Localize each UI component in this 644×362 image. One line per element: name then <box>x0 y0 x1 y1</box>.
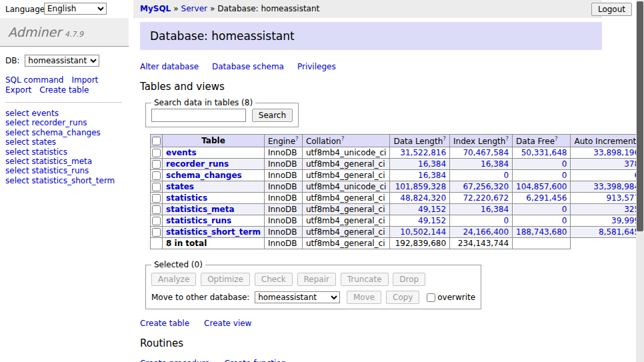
table-name-link[interactable]: schema_changes <box>166 171 242 180</box>
data-length-link[interactable]: 31,522,816 <box>390 147 450 159</box>
db-select[interactable]: homeassistant <box>25 55 99 67</box>
search-fieldset: Search data in tables (8) Search <box>145 98 299 127</box>
data-length-link[interactable]: 49,152 <box>390 215 450 227</box>
index-length-link[interactable]: 16,384 <box>450 204 513 215</box>
sidebar-export-link[interactable]: Export <box>5 85 31 95</box>
create-table-link[interactable]: Create table <box>140 319 189 328</box>
routine-links: Create procedureCreate function <box>140 359 602 362</box>
collation-cell: utf8mb4_general_ci <box>302 204 390 215</box>
data-length-link[interactable]: 101,859,328 <box>390 181 450 193</box>
data-free-link[interactable]: 104,857,600 <box>513 181 571 193</box>
table-name-link[interactable]: statistics_meta <box>166 205 235 214</box>
data-length-link[interactable]: 10,502,144 <box>390 227 450 238</box>
create-view-link[interactable]: Create view <box>204 319 251 328</box>
table-name-link[interactable]: statistics <box>166 193 207 203</box>
data-free-link[interactable]: 6,291,456 <box>513 193 571 204</box>
index-length-link[interactable]: 16,384 <box>450 159 513 170</box>
selected-legend: Selected (0) <box>151 260 205 269</box>
row-checkbox[interactable] <box>152 194 161 203</box>
breadcrumb-server-link[interactable]: Server <box>181 4 207 13</box>
row-checkbox[interactable] <box>152 171 161 180</box>
language-select[interactable]: English <box>44 3 107 15</box>
engine-cell: InnoDB <box>264 204 302 215</box>
sidebar-item-select-statistics-runs[interactable]: select statistics_runs <box>5 166 122 175</box>
engine-cell: InnoDB <box>264 181 302 193</box>
auto-increment-link[interactable]: 913,577 <box>571 193 643 204</box>
overwrite-option[interactable]: overwrite <box>427 293 475 302</box>
row-checkbox[interactable] <box>152 217 161 225</box>
auto-increment-link[interactable]: 378 <box>571 159 643 170</box>
sidebar-item-select-statistics-meta[interactable]: select statistics_meta <box>5 157 122 166</box>
search-input[interactable] <box>151 109 246 122</box>
index-length-link[interactable]: 0 <box>450 170 513 181</box>
help-link[interactable]: ? <box>295 135 299 142</box>
privileges-link[interactable]: Privileges <box>297 62 336 71</box>
index-length-link[interactable]: 72,220,672 <box>450 193 513 204</box>
row-checkbox[interactable] <box>152 160 161 169</box>
auto-increment-link[interactable]: 8,581,645 <box>571 227 643 238</box>
help-link[interactable]: ? <box>505 135 509 142</box>
create-procedure-link[interactable]: Create procedure <box>140 359 210 362</box>
table-name-link[interactable]: recorder_runs <box>166 159 229 169</box>
table-name-link[interactable]: states <box>166 182 194 191</box>
row-checkbox[interactable] <box>152 205 161 214</box>
data-length-link[interactable]: 48,824,320 <box>390 193 450 204</box>
help-link[interactable]: ? <box>341 135 345 142</box>
sidebar-create-table-link[interactable]: Create table <box>39 85 89 95</box>
create-function-link[interactable]: Create function <box>225 359 287 362</box>
select-all-checkbox[interactable] <box>152 137 161 145</box>
help-link[interactable]: ? <box>443 135 446 142</box>
sidebar-item-select-events[interactable]: select events <box>5 109 122 118</box>
index-length-link[interactable]: 67,256,320 <box>450 181 513 193</box>
analyze-button: Analyze <box>151 273 196 286</box>
table-name-link[interactable]: events <box>166 148 197 157</box>
overwrite-checkbox[interactable] <box>427 293 435 302</box>
data-free-link[interactable]: 0 <box>513 170 571 181</box>
search-button[interactable]: Search <box>252 109 293 122</box>
row-checkbox[interactable] <box>152 183 161 191</box>
row-checkbox[interactable] <box>152 228 161 237</box>
sidebar: Adminer4.7.9 DB: homeassistant SQL comma… <box>0 18 129 362</box>
breadcrumb: MySQL»Server»Database: homeassistant <box>133 0 602 18</box>
check-button: Check <box>255 273 293 286</box>
sidebar-item-select-states[interactable]: select states <box>5 137 122 147</box>
data-free-link[interactable]: 188,743,680 <box>513 227 571 238</box>
data-free-link[interactable]: 0 <box>513 204 571 215</box>
sidebar-item-select-schema-changes[interactable]: select schema_changes <box>5 128 122 137</box>
collation-cell: utf8mb4_general_ci <box>302 227 390 238</box>
vertical-scrollbar[interactable] <box>636 0 644 362</box>
row-checkbox[interactable] <box>152 149 161 157</box>
data-free-link[interactable]: 50,331,648 <box>513 147 571 159</box>
column-header-collation: Collation <box>306 137 341 146</box>
sidebar-import-link[interactable]: Import <box>71 75 98 85</box>
scrollbar-thumb[interactable] <box>637 1 643 231</box>
index-length-link[interactable]: 0 <box>450 215 513 227</box>
data-length-link[interactable]: 16,384 <box>390 170 450 181</box>
auto-increment-link[interactable]: 325 <box>571 204 643 215</box>
index-length-link[interactable]: 24,166,400 <box>450 227 513 238</box>
sidebar-sql-command-link[interactable]: SQL command <box>5 75 63 85</box>
auto-increment-link[interactable]: 33,898,196 <box>571 147 643 159</box>
breadcrumb-mysql-link[interactable]: MySQL <box>140 4 171 13</box>
table-name-link[interactable]: statistics_short_term <box>166 227 261 237</box>
sidebar-item-select-statistics-short-term[interactable]: select statistics_short_term <box>5 176 122 185</box>
database-actions: Alter databaseDatabase schemaPrivileges <box>140 62 602 71</box>
index-length-link[interactable]: 70,467,584 <box>450 147 513 159</box>
database-schema-link[interactable]: Database schema <box>212 62 284 71</box>
sidebar-item-select-recorder-runs[interactable]: select recorder_runs <box>5 118 122 127</box>
move-db-select[interactable]: homeassistant <box>255 291 340 303</box>
data-free-link[interactable]: 0 <box>513 159 571 170</box>
auto-increment-link[interactable]: 6 <box>571 170 643 181</box>
logout-button[interactable]: Logout <box>591 3 632 16</box>
collation-cell: utf8mb4_general_ci <box>302 215 390 227</box>
table-row: recorder_runs InnoDB utf8mb4_general_ci … <box>151 159 644 170</box>
help-link[interactable]: ? <box>555 135 558 142</box>
data-free-link[interactable]: 0 <box>513 215 571 227</box>
sidebar-item-select-statistics[interactable]: select statistics <box>5 147 122 157</box>
auto-increment-link[interactable]: 33,398,984 <box>571 181 643 193</box>
alter-database-link[interactable]: Alter database <box>140 62 199 71</box>
table-name-link[interactable]: statistics_runs <box>166 216 231 225</box>
auto-increment-link[interactable]: 39,999 <box>571 215 643 227</box>
data-length-link[interactable]: 16,384 <box>390 159 450 170</box>
data-length-link[interactable]: 49,152 <box>390 204 450 215</box>
